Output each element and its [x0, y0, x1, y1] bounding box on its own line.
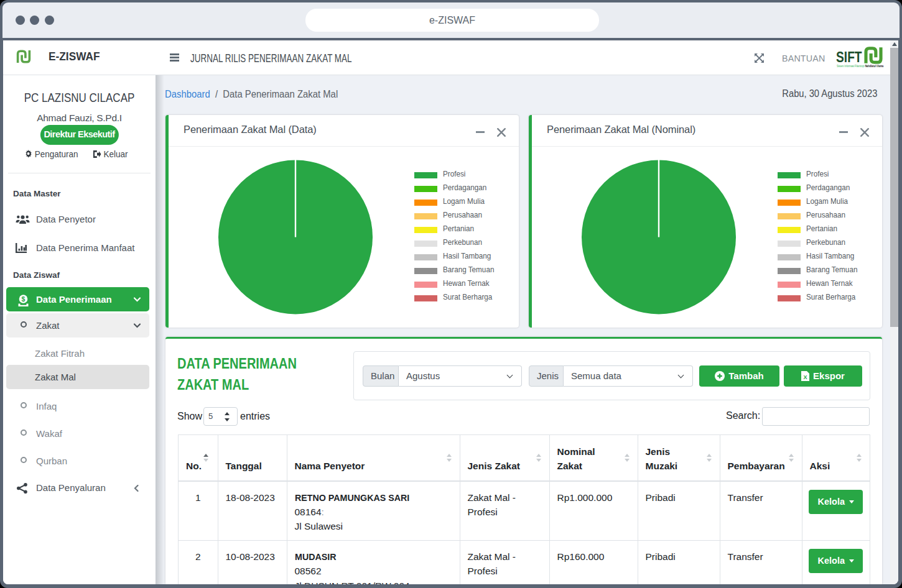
svg-text:X: X [804, 374, 807, 380]
svg-text:$: $ [22, 295, 26, 303]
